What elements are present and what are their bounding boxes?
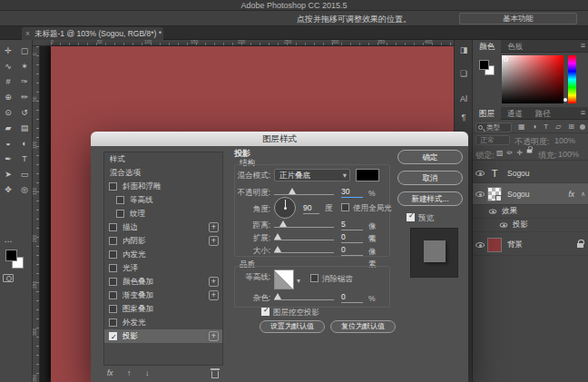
style-item-contour[interactable]: 等高线	[104, 193, 222, 207]
stroke-checkbox[interactable]	[109, 223, 117, 231]
angle-dial[interactable]	[274, 197, 296, 219]
tab-channels[interactable]: 通道	[501, 107, 529, 120]
opacity-slider[interactable]	[274, 194, 334, 195]
outer-glow-checkbox[interactable]	[109, 318, 117, 327]
inner-glow-checkbox[interactable]	[109, 250, 117, 259]
lock-transparent-icon[interactable]: ▨	[496, 149, 504, 157]
background-layer-thumbnail[interactable]	[487, 238, 502, 252]
spread-slider-thumb[interactable]	[274, 233, 281, 240]
filter-toggle-icon[interactable]	[580, 124, 585, 130]
dodge-tool-icon[interactable]: ◐	[16, 135, 33, 151]
style-item-inner-shadow[interactable]: 内阴影+	[104, 234, 222, 248]
fx-icon[interactable]: fx	[107, 368, 113, 377]
eyedropper-tool-icon[interactable]: ✑	[16, 73, 33, 89]
layer-row-background[interactable]: 背景	[473, 234, 588, 256]
quick-mask-icon[interactable]	[3, 274, 14, 282]
filter-smart-object-icon[interactable]: ⊞	[568, 122, 574, 131]
smart-object-thumbnail[interactable]	[487, 187, 502, 201]
style-item-drop-shadow[interactable]: 投影+	[104, 329, 222, 343]
style-item-stroke[interactable]: 描边+	[104, 220, 222, 234]
distance-slider[interactable]	[274, 227, 334, 228]
cancel-button[interactable]: 取消	[397, 171, 463, 185]
layer-opacity-value[interactable]: 100%	[554, 136, 575, 145]
document-tab[interactable]: × 未标题-1 @ 103% (Sogou, RGB/8*) *	[22, 27, 163, 40]
style-item-bevel-emboss[interactable]: 斜面和浮雕	[104, 180, 222, 193]
style-item-gradient-overlay[interactable]: 渐变叠加+	[104, 289, 222, 302]
opacity-value-field[interactable]: 30	[341, 186, 363, 198]
visibility-eye-icon[interactable]	[496, 222, 511, 228]
texture-checkbox[interactable]	[116, 210, 124, 218]
pattern-overlay-checkbox[interactable]	[109, 305, 117, 313]
size-slider-thumb[interactable]	[274, 246, 281, 252]
eraser-tool-icon[interactable]: ▰	[0, 120, 16, 135]
add-gradient-overlay-icon[interactable]: +	[209, 290, 219, 300]
delete-effect-icon[interactable]	[211, 371, 219, 378]
blend-mode-select[interactable]: 正片叠底	[274, 169, 350, 181]
saturation-brightness-field[interactable]	[502, 55, 564, 103]
style-item-outer-glow[interactable]: 外发光	[104, 316, 222, 329]
style-item-pattern-overlay[interactable]: 图案叠加	[104, 302, 222, 316]
blending-options-item[interactable]: 混合选项	[104, 166, 222, 180]
layer-row-effects[interactable]: 效果	[473, 205, 588, 219]
layer-fx-badge[interactable]: fx	[568, 190, 574, 199]
visibility-eye-icon[interactable]	[473, 242, 487, 248]
hue-slider[interactable]	[568, 55, 576, 103]
layer-knockout-checkbox[interactable]	[261, 308, 270, 316]
marquee-tool-icon[interactable]: ▢	[16, 43, 33, 58]
color-overlay-checkbox[interactable]	[109, 278, 117, 286]
style-item-satin[interactable]: 光泽	[104, 261, 222, 275]
type-tool-icon[interactable]: T	[16, 151, 33, 166]
filter-type-icon[interactable]: T	[544, 122, 548, 131]
lock-pixels-icon[interactable]: ✏	[507, 149, 514, 157]
healing-tool-icon[interactable]: ⊕	[0, 89, 16, 104]
tab-layers[interactable]: 图层	[473, 107, 501, 120]
collapse-effects-icon[interactable]: ∧	[581, 191, 585, 198]
contour-caret-icon[interactable]: ▾	[297, 277, 300, 285]
contour-checkbox[interactable]	[116, 196, 124, 204]
contour-picker[interactable]	[274, 269, 294, 289]
gradient-tool-icon[interactable]: ▤	[16, 120, 33, 135]
filter-shape-icon[interactable]: ▱	[555, 122, 561, 131]
edit-toolbar-icon[interactable]: ⋯	[0, 237, 16, 246]
drop-shadow-checkbox[interactable]	[109, 332, 117, 340]
preview-checkbox[interactable]	[407, 213, 415, 221]
satin-checkbox[interactable]	[109, 264, 117, 272]
clone-stamp-tool-icon[interactable]: ⊙	[0, 104, 16, 120]
fill-value[interactable]: 100%	[558, 150, 579, 159]
move-effect-up-icon[interactable]: ↑	[127, 368, 132, 377]
layer-blend-mode-select[interactable]: 正常	[475, 135, 510, 145]
pen-tool-icon[interactable]: ✒	[0, 151, 16, 166]
angle-value-field[interactable]: 90	[303, 202, 319, 214]
foreground-color-swatch-mini[interactable]	[479, 60, 489, 70]
filter-adjustment-icon[interactable]: ◑	[533, 122, 537, 131]
gradient-overlay-checkbox[interactable]	[109, 291, 117, 299]
size-slider[interactable]	[274, 252, 334, 253]
bevel-checkbox[interactable]	[109, 182, 117, 191]
spread-value-field[interactable]: 0	[341, 231, 363, 243]
workspace-switcher[interactable]: 基本功能	[459, 13, 577, 24]
tab-swatches[interactable]: 色板	[501, 40, 529, 53]
new-style-button[interactable]: 新建样式...	[397, 191, 463, 206]
close-tab-icon[interactable]: ×	[25, 27, 30, 40]
foreground-color-swatch[interactable]	[5, 250, 17, 261]
panel-menu-icon[interactable]: ≡	[581, 108, 585, 117]
noise-slider-thumb[interactable]	[274, 293, 281, 299]
style-item-texture[interactable]: 纹理	[104, 207, 222, 220]
crop-tool-icon[interactable]: #	[0, 73, 16, 89]
hand-tool-icon[interactable]: ✥	[0, 181, 16, 197]
antialias-checkbox[interactable]	[310, 274, 318, 282]
move-tool-icon[interactable]: ✛	[0, 43, 16, 58]
add-color-overlay-icon[interactable]: +	[209, 277, 219, 287]
path-select-tool-icon[interactable]: ➤	[0, 166, 16, 181]
move-effect-down-icon[interactable]: ↓	[145, 368, 150, 377]
spread-slider[interactable]	[274, 240, 334, 240]
tab-color[interactable]: 颜色	[473, 40, 501, 53]
visibility-eye-icon[interactable]	[473, 191, 487, 197]
distance-slider-thumb[interactable]	[279, 220, 287, 227]
ok-button[interactable]: 确定	[397, 150, 463, 164]
history-brush-tool-icon[interactable]: ↺	[16, 104, 33, 120]
shadow-color-swatch[interactable]	[356, 169, 379, 181]
visibility-eye-icon[interactable]	[485, 209, 500, 214]
shape-tool-icon[interactable]: ▭	[16, 166, 33, 181]
add-drop-shadow-icon[interactable]: +	[209, 331, 219, 341]
